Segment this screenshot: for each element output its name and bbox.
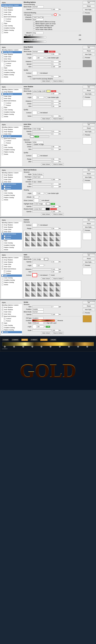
cb-vector-mask[interactable] <box>33 29 35 30</box>
gradient-swatch[interactable] <box>40 136 49 138</box>
sub-advanced: Advanced Blending <box>24 12 81 14</box>
make-default-button[interactable]: Make Default <box>41 80 51 82</box>
preview-swatch <box>83 60 92 67</box>
style-drop-shadow[interactable]: Drop Shadow <box>1 6 22 9</box>
cb-trans-shapes[interactable] <box>33 25 35 26</box>
blend-mode-select[interactable]: Normal <box>33 50 44 53</box>
checkbox[interactable] <box>2 16 3 18</box>
cb-blend-interior[interactable] <box>33 21 35 22</box>
new-style-button[interactable]: New Style... <box>83 8 95 11</box>
checkbox[interactable] <box>2 27 3 29</box>
gradient-picker[interactable] <box>32 320 55 322</box>
channel-g[interactable] <box>36 16 38 18</box>
style-drop-shadow[interactable]: Drop Shadow <box>1 51 22 53</box>
style-color-overlay[interactable]: Color Overlay <box>1 25 22 27</box>
style-inner-shadow[interactable]: Inner Shadow <box>1 9 22 11</box>
checkbox[interactable] <box>4 18 5 20</box>
checkbox[interactable] <box>2 9 3 11</box>
checkbox[interactable] <box>2 7 3 8</box>
checkbox[interactable] <box>2 32 3 33</box>
style-contour[interactable]: Contour <box>1 235 22 237</box>
contour-picker[interactable] <box>32 111 37 115</box>
gradient-bar[interactable] <box>2 342 94 346</box>
watermark: 查字典 教程网 <box>87 0 95 2</box>
style-bevel-emboss[interactable]: Bevel and Emboss <box>1 16 22 18</box>
style-gradient-overlay[interactable]: Gradient Overlay <box>1 27 22 29</box>
sub-general: General Blending <box>24 4 81 5</box>
main-column: Blending Options General Blending Blend … <box>22 1 82 44</box>
underlying-gradient[interactable] <box>24 41 46 43</box>
style-outer-glow[interactable]: Outer Glow <box>1 11 22 13</box>
checkbox[interactable] <box>2 12 3 13</box>
reset-button[interactable]: Reset <box>83 50 95 52</box>
gradient-stop[interactable] <box>4 346 6 348</box>
contour-preset-grid <box>24 280 81 298</box>
contour-preset[interactable] <box>25 232 30 236</box>
ugl-checkbox[interactable] <box>46 57 47 58</box>
panel-drop-shadow: Styles Blending Options: Custom Drop Sha… <box>0 45 96 84</box>
preview-checkbox[interactable] <box>83 12 84 14</box>
style-satin[interactable]: Satin <box>1 22 22 25</box>
reset-default-button[interactable]: Reset to Default <box>52 80 63 82</box>
opacity-slider[interactable] <box>32 53 51 55</box>
checkbox[interactable] <box>2 23 3 24</box>
styles-header: Styles <box>1 1 22 4</box>
blend-mode-select[interactable]: Normal <box>33 6 44 8</box>
blendif-select[interactable]: Gray <box>32 32 44 34</box>
knockout-select[interactable]: None <box>32 18 44 20</box>
reset-button[interactable]: Reset <box>83 5 95 8</box>
style-stroke[interactable]: Stroke <box>1 331 22 333</box>
style-texture[interactable]: Texture <box>1 20 22 22</box>
style-satin[interactable]: Satin <box>1 274 22 277</box>
style-bevel-emboss[interactable]: Bevel and Emboss <box>1 183 22 185</box>
style-pattern-overlay[interactable]: Pattern Overlay <box>1 29 22 32</box>
knockout-checkbox[interactable] <box>30 78 32 80</box>
style-stroke[interactable]: Stroke <box>1 32 22 34</box>
hex-label: # 680617 <box>49 51 55 52</box>
contour-picker-button[interactable] <box>32 273 37 277</box>
opacity-input[interactable] <box>52 8 58 10</box>
cb-blend-clipped[interactable] <box>33 23 35 24</box>
channel-b[interactable] <box>40 16 42 18</box>
color-swatch[interactable] <box>44 50 48 53</box>
opacity-input[interactable] <box>52 53 58 55</box>
this-layer-gradient[interactable] <box>24 36 46 38</box>
blending-options-row[interactable]: Blending Options: Custom <box>1 49 22 51</box>
gradient-editor: # 1f1a00 # 826639 # ffe77a # 463417 # e7… <box>0 337 96 352</box>
color-swatch[interactable] <box>47 90 50 92</box>
angle-input[interactable] <box>38 57 44 59</box>
checkbox[interactable] <box>2 14 3 15</box>
fill-opacity-slider[interactable] <box>32 14 51 16</box>
gradient-stop-labels: # 1f1a00 # 826639 # ffe77a # 463417 # e7… <box>2 339 94 341</box>
panel-bevel-emboss: Styles Blending Options: Custom Drop Sha… <box>0 168 96 217</box>
buttons-column: OK Reset New Style... Preview <box>82 1 95 44</box>
color-swatch[interactable] <box>30 136 34 138</box>
styles-column: Styles Blending Options: Custom Drop Sha… <box>1 1 22 44</box>
blending-options-row[interactable]: Blending Options: Custom <box>1 4 22 6</box>
angle-dial[interactable] <box>32 95 37 100</box>
checkbox[interactable] <box>4 20 5 22</box>
cb-layer-mask[interactable] <box>33 27 35 28</box>
checkbox[interactable] <box>2 30 3 31</box>
checkbox[interactable] <box>2 25 3 26</box>
preview-swatch <box>83 100 92 107</box>
panel-stroke: Styles Blending Options: Custom Drop Sha… <box>0 300 96 336</box>
angle-dial[interactable] <box>32 56 37 60</box>
opacity-slider[interactable] <box>32 8 51 10</box>
stop-hex: # 1f1a00 <box>2 339 9 341</box>
style-contour[interactable]: Contour <box>1 18 22 20</box>
gold-text: GOLD <box>0 355 96 387</box>
contour-picker[interactable] <box>32 71 37 75</box>
style-inner-glow[interactable]: Inner Glow <box>1 135 22 137</box>
blend-mode-select[interactable]: Linear Dodge (Add) <box>33 90 46 92</box>
style-inner-glow[interactable]: Inner Glow <box>1 13 22 16</box>
channel-r[interactable] <box>32 16 34 18</box>
styles-column: Styles Blending Options: Custom Drop Sha… <box>1 46 22 83</box>
gold-result: GOLD <box>0 352 96 390</box>
panel-satin: Styles Blending Options: Custom Drop Sha… <box>0 252 96 300</box>
preview-swatch <box>83 15 92 22</box>
aa-checkbox[interactable] <box>38 72 39 74</box>
new-style-button[interactable]: New Style... <box>83 53 95 56</box>
style-inner-shadow[interactable]: Inner Shadow <box>1 93 22 95</box>
contour-picker-button[interactable] <box>32 223 37 227</box>
